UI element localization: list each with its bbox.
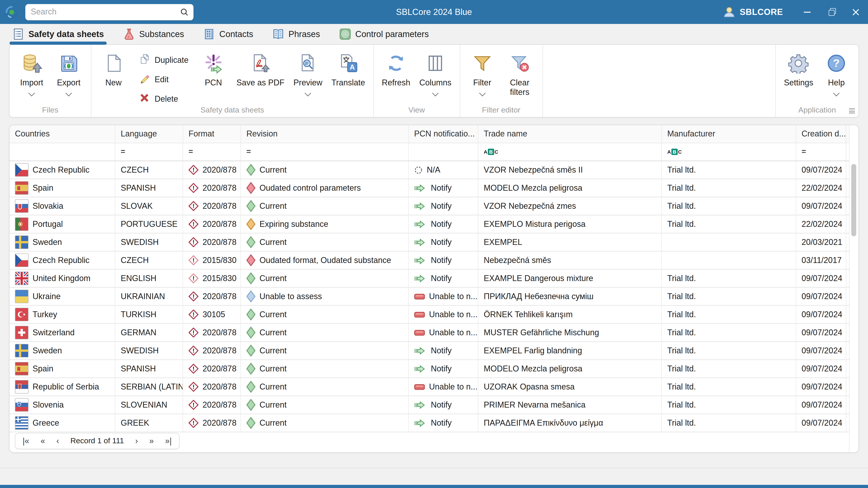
ribbon-button-clear-filters[interactable]: Clear filters [505,50,534,105]
ribbon-button-pcn[interactable]: PCN [199,50,227,95]
revision-status-icon [246,308,255,320]
filter-cell-pcn-notificatio[interactable] [409,143,478,160]
ribbon-button-preview[interactable]: Preview [293,50,322,95]
table-row[interactable]: Republic of SerbiaSERBIAN (LATIN)!2020/8… [9,378,849,396]
language-cell: SWEDISH [115,342,183,359]
table-row[interactable]: GreeceGREEK!2020/878CurrentNotifyΠΑΡΑΔΕΙ… [9,414,849,432]
manufacturer-label: Trial ltd. [667,328,696,337]
creation-date-label: 09/07/2024 [802,364,842,373]
tab-phrases[interactable]: Phrases [272,24,320,44]
tab-sds-icon [12,28,24,40]
table-row[interactable]: SwedenSWEDISH!2020/878CurrentNotifyEXEMP… [9,234,849,252]
column-header-revision[interactable]: Revision [241,125,409,143]
ribbon-button-import[interactable]: Import [18,50,46,95]
table-row[interactable]: SwitzerlandGERMAN!2020/878CurrentUnable … [9,324,849,342]
column-header-pcn-notificatio[interactable]: PCN notificatio... [409,125,478,143]
ribbon-button-new[interactable]: New [99,50,127,95]
prev-record-button[interactable]: ‹ [56,437,59,445]
column-header-label: Language [121,129,157,139]
manufacturer-cell: Trial ltd. [662,197,796,215]
country-label: Sweden [33,237,62,247]
ribbon-button-columns[interactable]: Columns [419,50,452,95]
column-header-countries[interactable]: Countries [9,125,115,143]
account-label[interactable]: SBLCORE [740,7,783,17]
minimize-button[interactable] [795,0,819,24]
ribbon-button-settings[interactable]: Settings [784,50,813,95]
format-label: 2015/830 [203,273,237,283]
table-row[interactable]: PortugalPORTUGUESE!2020/878Expiring subs… [9,216,849,234]
group-menu-icon[interactable] [849,108,855,113]
revision-cell: Current [241,396,409,414]
column-header-language[interactable]: Language [115,125,183,143]
search-icon[interactable] [180,7,189,17]
revision-label: Current [259,237,287,247]
search-box[interactable] [25,4,193,20]
svg-text:!: ! [193,257,195,264]
ribbon-button-delete[interactable]: Delete [136,91,190,107]
column-header-label: Manufacturer [667,129,715,139]
table-row[interactable]: Czech RepublicCZECH!2020/878CurrentN/AVZ… [9,161,849,180]
ribbon-group-application: Settings?HelpApplication [775,45,859,117]
column-header-manufacturer[interactable]: Manufacturer [662,125,796,143]
tab-substances[interactable]: Substances [123,24,184,44]
column-header-creation-d[interactable]: Creation d... [796,125,846,143]
ribbon-button-filter[interactable]: Filter [468,50,496,95]
table-row[interactable]: Czech RepublicCZECH!2015/830Oudated form… [9,252,849,270]
fast-next-button[interactable]: » [149,437,154,445]
fast-prev-button[interactable]: « [40,437,45,445]
ribbon-button-save-as-pdf[interactable]: Save as PDF [237,50,284,95]
revision-status-icon [246,254,255,266]
svg-text:!: ! [193,383,195,390]
pcn-notification-cell: Notify [409,342,478,359]
manufacturer-label: Trial ltd. [667,201,696,211]
language-cell: SLOVENIAN [115,396,183,414]
format-label: 30105 [203,310,225,319]
filter-cell-manufacturer[interactable]: ABC [662,143,796,160]
format-label: 2020/878 [203,400,237,410]
filter-cell-creation-d[interactable]: = [796,143,846,160]
ribbon-button-duplicate[interactable]: Duplicate [136,52,190,68]
revision-status-icon [246,399,255,411]
tab-safety-data-sheets[interactable]: Safety data sheets [12,24,104,44]
trade-name-cell: VZOR Nebezpečná zmes [478,197,662,215]
titlebar-right: SBLCORE [723,0,868,24]
search-input[interactable] [30,7,180,17]
filter-cell-trade-name[interactable]: ABC [478,143,662,160]
pcn-notification-cell: Notify [409,197,478,215]
first-record-button[interactable]: |« [23,437,29,445]
last-record-button[interactable]: »| [165,437,172,445]
scrollbar-track[interactable] [849,125,859,452]
filter-cell-format[interactable]: = [183,143,241,160]
ribbon-button-edit[interactable]: Edit [136,71,190,88]
next-record-button[interactable]: › [135,437,138,445]
column-header-trade-name[interactable]: Trade name [478,125,662,143]
ribbon-button-export[interactable]: Export [55,50,83,95]
data-grid-panel: CountriesLanguageFormatRevisionPCN notif… [9,125,859,453]
table-row[interactable]: United KingdomENGLISH!2015/830CurrentNot… [9,270,849,288]
maximize-button[interactable] [819,0,844,24]
table-row[interactable]: SloveniaSLOVENIAN!2020/878CurrentNotifyP… [9,396,849,414]
revision-status-icon [246,272,255,284]
format-cell: !2020/878 [183,342,241,359]
column-header-format[interactable]: Format [183,125,241,143]
ribbon-button-help[interactable]: ?Help [822,50,850,95]
table-row[interactable]: SpainSPANISH!2020/878CurrentNotifyMODELO… [9,360,849,378]
tab-control-parameters[interactable]: Control parameters [339,24,429,44]
vertical-scrollbar-thumb[interactable] [851,164,856,236]
close-button[interactable] [844,0,868,24]
table-row[interactable]: SwedenSWEDISH!2020/878CurrentNotifyEXEMP… [9,342,849,360]
revision-cell: Current [241,270,409,287]
table-row[interactable]: SlovakiaSLOVAK!2020/878CurrentNotifyVZOR… [9,197,849,216]
table-row[interactable]: UkraineUKRAINIAN!2020/878Unable to asses… [9,288,849,306]
ribbon-button-refresh[interactable]: Refresh [382,50,410,95]
table-row[interactable]: TurkeyTURKISH!30105CurrentUnable to n...… [9,306,849,324]
filter-cell-language[interactable]: = [115,143,183,160]
filter-cell-revision[interactable]: = [241,143,409,160]
format-cell: !2020/878 [183,161,241,178]
table-row[interactable]: SpainSPANISH!2020/878Oudated control par… [9,180,849,197]
tab-contacts[interactable]: Contacts [203,24,253,44]
ribbon-button-label: Translate [331,78,365,88]
filter-cell-countries[interactable] [9,143,115,160]
format-cell: !2020/878 [183,324,241,341]
ribbon-button-translate[interactable]: ATranslate [331,50,365,95]
